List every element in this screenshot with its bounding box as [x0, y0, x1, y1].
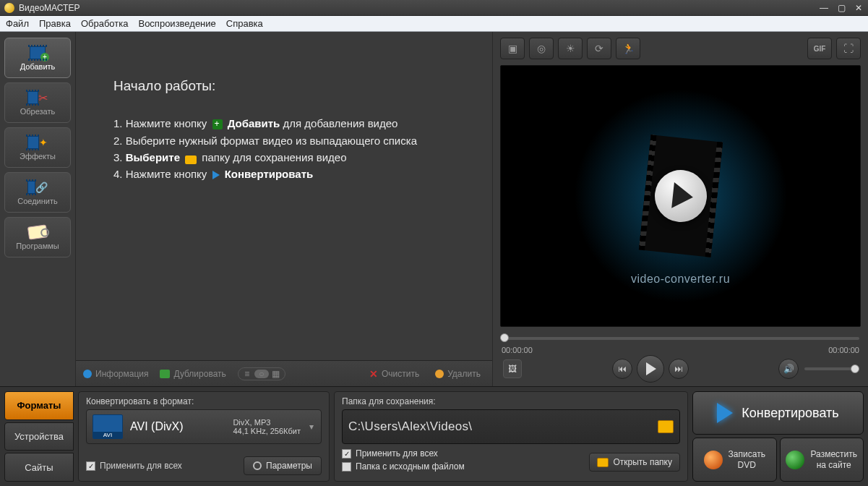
time-total: 00:00:00	[828, 346, 859, 354]
browse-folder-button[interactable]	[658, 420, 674, 433]
output-path[interactable]: C:\Users\Alex\Videos\	[348, 419, 652, 434]
view-toggle[interactable]: ≡ ○ ▦	[238, 367, 285, 380]
params-button[interactable]: Параметры	[244, 456, 322, 475]
menu-help[interactable]: Справка	[226, 18, 263, 29]
close-button[interactable]: ✕	[854, 3, 864, 13]
burn-dvd-button[interactable]: ЗаписатьDVD	[692, 438, 777, 482]
folder-apply-all[interactable]: ✓Применить для всех	[342, 448, 465, 459]
volume-slider[interactable]	[804, 367, 858, 370]
view-toggle-knob: ○	[254, 370, 269, 378]
speed-button[interactable]: 🏃	[616, 38, 640, 59]
mute-button[interactable]: 🔊	[778, 359, 799, 379]
format-selector[interactable]: AVI AVI (DivX) DivX, MP3 44,1 KHz, 256Кб…	[86, 409, 322, 444]
folder-title: Папка для сохранения:	[342, 396, 680, 406]
delete-button[interactable]: Удалить	[435, 368, 481, 380]
inline-folder-icon	[185, 155, 197, 164]
actions-panel: Конвертировать ЗаписатьDVD Разместитьна …	[692, 391, 864, 482]
sidebar-programs[interactable]: Программы	[4, 217, 71, 257]
instructions-heading: Начало работы:	[113, 75, 476, 96]
wand-icon: ✦	[27, 135, 48, 150]
center-panel: Начало работы: 1. Нажмите кнопку Добавит…	[76, 32, 492, 386]
sidebar-join[interactable]: 🔗 Соединить	[4, 172, 71, 213]
bottom-panel: Форматы Устройства Сайты Конвертировать …	[0, 386, 868, 486]
runner-icon: 🏃	[622, 43, 635, 54]
tab-sites[interactable]: Сайты	[4, 453, 74, 482]
gear-icon	[253, 461, 262, 470]
format-meta-2: 44,1 KHz, 256Кбит	[233, 427, 301, 435]
video-area[interactable]: video-converter.ru	[500, 65, 861, 327]
menu-edit[interactable]: Правка	[39, 18, 71, 29]
folder-use-source[interactable]: ✓Папка с исходным файлом	[342, 461, 465, 472]
folder-panel: Папка для сохранения: C:\Users\Alex\Vide…	[334, 391, 688, 482]
seek-thumb[interactable]	[500, 333, 509, 342]
step-2: 2. Выберите нужный формат видео из выпад…	[113, 132, 476, 149]
maximize-button[interactable]: ▢	[836, 3, 846, 13]
sidebar-effects[interactable]: ✦ Эффекты	[4, 127, 71, 168]
menu-file[interactable]: Файл	[6, 18, 29, 29]
scissors-icon: ✂	[27, 90, 48, 106]
step-1: 1. Нажмите кнопку Добавить для добавлени…	[113, 115, 476, 132]
snapshot-button[interactable]: 🖼	[503, 359, 522, 378]
film-frame-icon	[638, 135, 722, 257]
time-display: 00:00:00 00:00:00	[500, 346, 861, 354]
prev-button[interactable]: ⏮	[612, 359, 632, 379]
instructions: Начало работы: 1. Нажмите кнопку Добавит…	[76, 32, 492, 360]
time-current: 00:00:00	[502, 346, 533, 354]
inline-arrow-icon	[212, 171, 220, 179]
gif-button[interactable]: GIF	[807, 38, 832, 59]
play-button[interactable]	[637, 355, 664, 383]
info-button[interactable]: Информация	[83, 369, 148, 379]
view-list-icon: ≡	[240, 370, 254, 378]
clear-button[interactable]: ✕Очистить	[369, 368, 419, 380]
format-thumb-icon: AVI	[93, 414, 123, 439]
image-icon: 🖼	[508, 364, 517, 374]
format-panel: Конвертировать в формат: AVI AVI (DivX) …	[78, 391, 330, 482]
brand-watermark: video-converter.ru	[631, 273, 730, 286]
sidebar-add[interactable]: + Добавить	[4, 38, 71, 78]
next-button[interactable]: ⏭	[669, 359, 689, 379]
sidebar: + Добавить ✂ Обрезать ✦ Эффекты 🔗 Соедин…	[0, 32, 76, 386]
tab-devices[interactable]: Устройства	[4, 422, 74, 451]
sidebar-trim-label: Обрезать	[20, 107, 56, 116]
sidebar-join-label: Соединить	[17, 197, 58, 205]
format-title: Конвертировать в формат:	[86, 396, 322, 406]
checkbox-icon: ✓	[342, 449, 351, 459]
checkbox-icon: ✓	[342, 462, 351, 472]
duplicate-button[interactable]: Дублировать	[160, 369, 225, 379]
open-folder-button[interactable]: Открыть папку	[589, 453, 680, 472]
chevron-down-icon: ▾	[309, 422, 314, 432]
sidebar-trim[interactable]: ✂ Обрезать	[4, 82, 71, 123]
tab-formats[interactable]: Форматы	[4, 391, 74, 420]
seek-track	[502, 337, 859, 340]
list-toolbar: Информация Дублировать ≡ ○ ▦ ✕Очистить У…	[76, 360, 492, 386]
brightness-button[interactable]: ☀	[558, 38, 583, 59]
format-name: AVI (DivX)	[130, 420, 183, 433]
sidebar-add-label: Добавить	[20, 62, 56, 71]
step-3: 3. Выберите папку для сохранения видео	[113, 149, 476, 166]
rotate-button[interactable]: ⟳	[587, 38, 611, 59]
format-tabs: Форматы Устройства Сайты	[4, 391, 74, 482]
titlebar: ВидеоМАСТЕР — ▢ ✕	[0, 0, 868, 16]
preview-toolbar: ▣ ◎ ☀ ⟳ 🏃 GIF ⛶	[500, 38, 861, 61]
menu-process[interactable]: Обработка	[81, 18, 129, 29]
vignette-icon: ◎	[537, 43, 546, 54]
publish-button[interactable]: Разместитьна сайте	[780, 438, 864, 482]
play-controls: 🖼 ⏮ ⏭ 🔊	[500, 354, 861, 383]
convert-label: Конвертировать	[742, 406, 838, 421]
key-icon	[27, 224, 48, 240]
inline-add-icon	[212, 119, 223, 129]
clear-icon: ✕	[369, 368, 378, 380]
delete-icon	[435, 370, 444, 378]
view-grid-icon: ▦	[269, 370, 283, 378]
vignette-button[interactable]: ◎	[529, 38, 554, 59]
format-apply-all[interactable]: ✓ Применить для всех	[86, 461, 182, 471]
volume-control: 🔊	[778, 359, 858, 379]
volume-thumb[interactable]	[851, 364, 859, 373]
minimize-button[interactable]: —	[819, 3, 829, 13]
menu-playback[interactable]: Воспроизведение	[138, 18, 215, 29]
seek-bar[interactable]	[500, 331, 861, 346]
crop-button[interactable]: ▣	[500, 38, 525, 59]
fullscreen-button[interactable]: ⛶	[836, 38, 861, 59]
add-icon: +	[27, 45, 48, 61]
convert-button[interactable]: Конвертировать	[692, 391, 864, 435]
